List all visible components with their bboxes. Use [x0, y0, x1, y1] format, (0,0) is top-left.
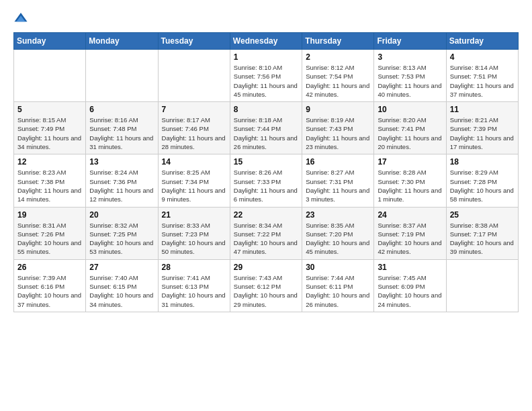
day-cell-12: 12Sunrise: 8:23 AMSunset: 7:38 PMDayligh… — [14, 154, 86, 207]
day-info: Sunrise: 7:45 AMSunset: 6:09 PMDaylight:… — [378, 273, 442, 309]
day-number: 20 — [89, 210, 154, 220]
day-info: Sunrise: 8:19 AMSunset: 7:43 PMDaylight:… — [306, 116, 370, 151]
day-number: 13 — [89, 157, 154, 167]
header — [13, 11, 519, 26]
day-info: Sunrise: 8:31 AMSunset: 7:26 PMDaylight:… — [17, 221, 82, 257]
day-cell-22: 22Sunrise: 8:34 AMSunset: 7:22 PMDayligh… — [230, 207, 302, 259]
day-info: Sunrise: 8:27 AMSunset: 7:31 PMDaylight:… — [306, 168, 370, 203]
calendar-header: SundayMondayTuesdayWednesdayThursdayFrid… — [14, 33, 519, 50]
day-number: 14 — [162, 157, 226, 167]
logo-icon — [13, 11, 28, 26]
header-day-thursday: Thursday — [302, 33, 374, 50]
day-info: Sunrise: 8:28 AMSunset: 7:30 PMDaylight:… — [378, 168, 442, 203]
day-number: 7 — [162, 105, 226, 114]
day-number: 4 — [450, 52, 515, 62]
day-cell-17: 17Sunrise: 8:28 AMSunset: 7:30 PMDayligh… — [374, 154, 446, 207]
day-info: Sunrise: 8:32 AMSunset: 7:25 PMDaylight:… — [89, 221, 154, 257]
empty-cell — [446, 259, 518, 312]
day-number: 5 — [17, 105, 82, 114]
day-cell-15: 15Sunrise: 8:26 AMSunset: 7:33 PMDayligh… — [230, 154, 302, 207]
header-day-saturday: Saturday — [446, 33, 518, 50]
logo — [13, 11, 31, 26]
header-day-friday: Friday — [374, 33, 446, 50]
day-info: Sunrise: 8:15 AMSunset: 7:49 PMDaylight:… — [17, 116, 82, 151]
day-cell-25: 25Sunrise: 8:38 AMSunset: 7:17 PMDayligh… — [446, 207, 518, 259]
day-cell-14: 14Sunrise: 8:25 AMSunset: 7:34 PMDayligh… — [158, 154, 230, 207]
day-number: 9 — [306, 105, 370, 114]
empty-cell — [158, 50, 230, 102]
day-info: Sunrise: 8:16 AMSunset: 7:48 PMDaylight:… — [89, 116, 154, 151]
day-cell-4: 4Sunrise: 8:14 AMSunset: 7:51 PMDaylight… — [446, 50, 518, 102]
day-number: 24 — [378, 210, 442, 220]
day-number: 8 — [234, 105, 298, 114]
day-number: 12 — [17, 157, 82, 167]
day-number: 21 — [162, 210, 226, 220]
day-cell-2: 2Sunrise: 8:12 AMSunset: 7:54 PMDaylight… — [302, 50, 374, 102]
day-cell-10: 10Sunrise: 8:20 AMSunset: 7:41 PMDayligh… — [374, 102, 446, 154]
day-number: 28 — [162, 263, 226, 272]
day-number: 31 — [378, 263, 442, 272]
day-number: 15 — [234, 157, 298, 167]
day-info: Sunrise: 8:20 AMSunset: 7:41 PMDaylight:… — [378, 116, 442, 151]
day-cell-19: 19Sunrise: 8:31 AMSunset: 7:26 PMDayligh… — [14, 207, 86, 259]
calendar: SundayMondayTuesdayWednesdayThursdayFrid… — [13, 32, 519, 312]
day-cell-9: 9Sunrise: 8:19 AMSunset: 7:43 PMDaylight… — [302, 102, 374, 154]
day-info: Sunrise: 8:12 AMSunset: 7:54 PMDaylight:… — [306, 63, 370, 99]
day-number: 30 — [306, 263, 370, 272]
day-number: 11 — [450, 105, 515, 114]
day-info: Sunrise: 8:37 AMSunset: 7:19 PMDaylight:… — [378, 221, 442, 257]
day-cell-20: 20Sunrise: 8:32 AMSunset: 7:25 PMDayligh… — [86, 207, 158, 259]
day-number: 23 — [306, 210, 370, 220]
day-cell-11: 11Sunrise: 8:21 AMSunset: 7:39 PMDayligh… — [446, 102, 518, 154]
day-info: Sunrise: 8:14 AMSunset: 7:51 PMDaylight:… — [450, 63, 515, 99]
day-info: Sunrise: 7:44 AMSunset: 6:11 PMDaylight:… — [306, 273, 370, 309]
day-cell-1: 1Sunrise: 8:10 AMSunset: 7:56 PMDaylight… — [230, 50, 302, 102]
day-cell-13: 13Sunrise: 8:24 AMSunset: 7:36 PMDayligh… — [86, 154, 158, 207]
day-number: 1 — [234, 52, 298, 62]
week-row-0: 1Sunrise: 8:10 AMSunset: 7:56 PMDaylight… — [14, 50, 519, 102]
day-number: 25 — [450, 210, 515, 220]
day-info: Sunrise: 8:38 AMSunset: 7:17 PMDaylight:… — [450, 221, 515, 257]
day-number: 3 — [378, 52, 442, 62]
day-number: 27 — [89, 263, 154, 272]
day-info: Sunrise: 8:26 AMSunset: 7:33 PMDaylight:… — [234, 168, 298, 203]
day-number: 10 — [378, 105, 442, 114]
day-info: Sunrise: 7:39 AMSunset: 6:16 PMDaylight:… — [17, 273, 82, 309]
day-cell-24: 24Sunrise: 8:37 AMSunset: 7:19 PMDayligh… — [374, 207, 446, 259]
day-number: 22 — [234, 210, 298, 220]
day-info: Sunrise: 8:18 AMSunset: 7:44 PMDaylight:… — [234, 116, 298, 151]
day-number: 16 — [306, 157, 370, 167]
header-day-wednesday: Wednesday — [230, 33, 302, 50]
day-info: Sunrise: 8:25 AMSunset: 7:34 PMDaylight:… — [162, 168, 226, 203]
day-cell-31: 31Sunrise: 7:45 AMSunset: 6:09 PMDayligh… — [374, 259, 446, 312]
day-info: Sunrise: 8:29 AMSunset: 7:28 PMDaylight:… — [450, 168, 515, 203]
day-cell-6: 6Sunrise: 8:16 AMSunset: 7:48 PMDaylight… — [86, 102, 158, 154]
day-cell-27: 27Sunrise: 7:40 AMSunset: 6:15 PMDayligh… — [86, 259, 158, 312]
day-number: 19 — [17, 210, 82, 220]
day-info: Sunrise: 8:34 AMSunset: 7:22 PMDaylight:… — [234, 221, 298, 257]
day-info: Sunrise: 8:35 AMSunset: 7:20 PMDaylight:… — [306, 221, 370, 257]
day-info: Sunrise: 7:40 AMSunset: 6:15 PMDaylight:… — [89, 273, 154, 309]
day-number: 6 — [89, 105, 154, 114]
day-number: 26 — [17, 263, 82, 272]
day-number: 29 — [234, 263, 298, 272]
day-info: Sunrise: 8:21 AMSunset: 7:39 PMDaylight:… — [450, 116, 515, 151]
day-info: Sunrise: 8:10 AMSunset: 7:56 PMDaylight:… — [234, 63, 298, 99]
day-cell-21: 21Sunrise: 8:33 AMSunset: 7:23 PMDayligh… — [158, 207, 230, 259]
week-row-2: 12Sunrise: 8:23 AMSunset: 7:38 PMDayligh… — [14, 154, 519, 207]
day-cell-28: 28Sunrise: 7:41 AMSunset: 6:13 PMDayligh… — [158, 259, 230, 312]
day-cell-30: 30Sunrise: 7:44 AMSunset: 6:11 PMDayligh… — [302, 259, 374, 312]
header-row: SundayMondayTuesdayWednesdayThursdayFrid… — [14, 33, 519, 50]
empty-cell — [86, 50, 158, 102]
day-info: Sunrise: 8:24 AMSunset: 7:36 PMDaylight:… — [89, 168, 154, 203]
empty-cell — [14, 50, 86, 102]
day-cell-5: 5Sunrise: 8:15 AMSunset: 7:49 PMDaylight… — [14, 102, 86, 154]
header-day-sunday: Sunday — [14, 33, 86, 50]
day-cell-29: 29Sunrise: 7:43 AMSunset: 6:12 PMDayligh… — [230, 259, 302, 312]
week-row-4: 26Sunrise: 7:39 AMSunset: 6:16 PMDayligh… — [14, 259, 519, 312]
day-info: Sunrise: 8:33 AMSunset: 7:23 PMDaylight:… — [162, 221, 226, 257]
header-day-monday: Monday — [86, 33, 158, 50]
day-info: Sunrise: 8:23 AMSunset: 7:38 PMDaylight:… — [17, 168, 82, 203]
page: SundayMondayTuesdayWednesdayThursdayFrid… — [0, 0, 532, 411]
day-number: 18 — [450, 157, 515, 167]
